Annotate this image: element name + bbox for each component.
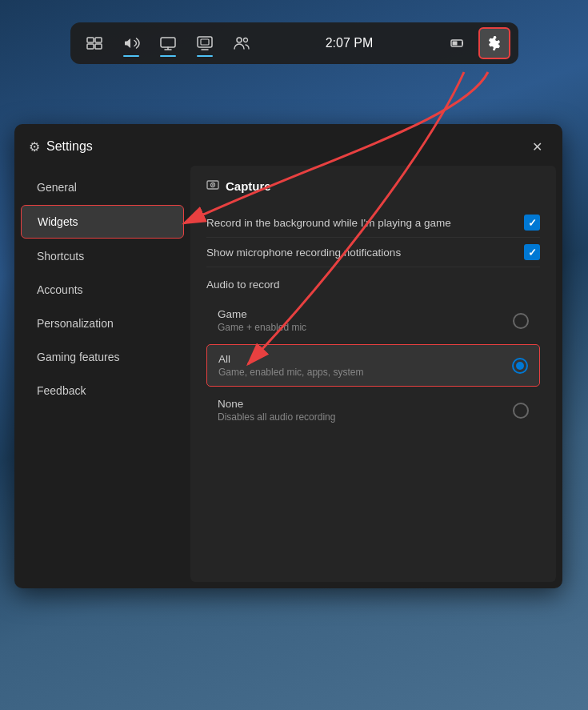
sidebar-item-shortcuts[interactable]: Shortcuts	[21, 240, 184, 272]
settings-gear-icon: ⚙	[29, 139, 40, 154]
svg-rect-3	[95, 44, 102, 49]
taskbar: 2:07 PM	[70, 22, 518, 64]
users-taskbar-icon[interactable]	[226, 27, 258, 59]
audio-option-none-main: None	[218, 398, 335, 410]
svg-rect-10	[452, 42, 457, 46]
sidebar-item-general[interactable]: General	[21, 171, 184, 203]
taskbar-icons	[78, 27, 258, 59]
audio-option-none-sub: Disables all audio recording	[218, 411, 335, 423]
capture-section-icon	[206, 179, 219, 194]
audio-option-game-radio[interactable]	[513, 313, 529, 329]
svg-rect-2	[87, 44, 94, 49]
sidebar-item-widgets[interactable]: Widgets	[21, 205, 184, 239]
audio-option-game-main: Game	[218, 308, 306, 320]
audio-option-none[interactable]: None Disables all audio recording	[206, 390, 540, 431]
audio-option-game-text: Game Game + enabled mic	[218, 308, 306, 333]
background-record-label: Record in the background while I'm playi…	[206, 217, 451, 229]
capture-section-header: Capture	[206, 179, 540, 194]
svg-rect-0	[87, 38, 94, 42]
capture-section-title: Capture	[226, 179, 271, 193]
audio-section: Audio to record Game Game + enabled mic …	[206, 279, 540, 431]
audio-option-all-radio[interactable]	[512, 358, 528, 374]
mic-notifications-label: Show microphone recording notifications	[206, 247, 401, 259]
audio-option-all-main: All	[218, 353, 363, 365]
battery-taskbar-icon[interactable]	[442, 27, 474, 59]
svg-point-7	[237, 38, 242, 42]
settings-title-text: Settings	[46, 139, 93, 154]
audio-option-game[interactable]: Game Game + enabled mic	[206, 300, 540, 341]
audio-option-none-radio[interactable]	[513, 403, 529, 419]
mic-notifications-row: Show microphone recording notifications	[206, 238, 540, 267]
sidebar-item-accounts[interactable]: Accounts	[21, 274, 184, 306]
audio-to-record-label: Audio to record	[206, 279, 540, 291]
background-record-row: Record in the background while I'm playi…	[206, 208, 540, 238]
sidebar-item-personalization[interactable]: Personalization	[21, 307, 184, 339]
taskbar-time: 2:07 PM	[326, 36, 374, 50]
svg-rect-6	[201, 39, 209, 45]
taskbar-right	[442, 27, 510, 59]
settings-body: General Widgets Shortcuts Accounts Perso…	[14, 166, 562, 588]
close-button[interactable]: ✕	[526, 135, 548, 158]
window-taskbar-icon[interactable]	[78, 27, 110, 59]
gear-taskbar-icon[interactable]	[478, 27, 510, 59]
svg-rect-4	[161, 38, 175, 47]
content-area: Capture Record in the background while I…	[190, 166, 556, 582]
audio-option-all[interactable]: All Game, enabled mic, apps, system	[206, 344, 540, 387]
monitor-taskbar-icon[interactable]	[152, 27, 184, 59]
display-taskbar-icon[interactable]	[189, 27, 221, 59]
volume-taskbar-icon[interactable]	[115, 27, 147, 59]
svg-point-13	[212, 184, 214, 186]
settings-sidebar: General Widgets Shortcuts Accounts Perso…	[14, 166, 190, 588]
settings-title: ⚙ Settings	[29, 139, 93, 154]
audio-option-all-text: All Game, enabled mic, apps, system	[218, 353, 363, 378]
settings-dialog: ⚙ Settings ✕ General Widgets Shortcuts A…	[14, 124, 562, 588]
svg-point-8	[243, 38, 247, 42]
audio-option-game-sub: Game + enabled mic	[218, 322, 306, 333]
audio-option-none-text: None Disables all audio recording	[218, 398, 335, 423]
svg-rect-1	[95, 38, 102, 42]
sidebar-item-gaming-features[interactable]: Gaming features	[21, 341, 184, 373]
settings-title-bar: ⚙ Settings ✕	[14, 124, 562, 166]
background-record-checkbox[interactable]	[524, 215, 540, 231]
sidebar-item-feedback[interactable]: Feedback	[21, 375, 184, 407]
svg-rect-5	[198, 37, 212, 47]
mic-notifications-checkbox[interactable]	[524, 244, 540, 260]
audio-option-all-sub: Game, enabled mic, apps, system	[218, 367, 363, 378]
